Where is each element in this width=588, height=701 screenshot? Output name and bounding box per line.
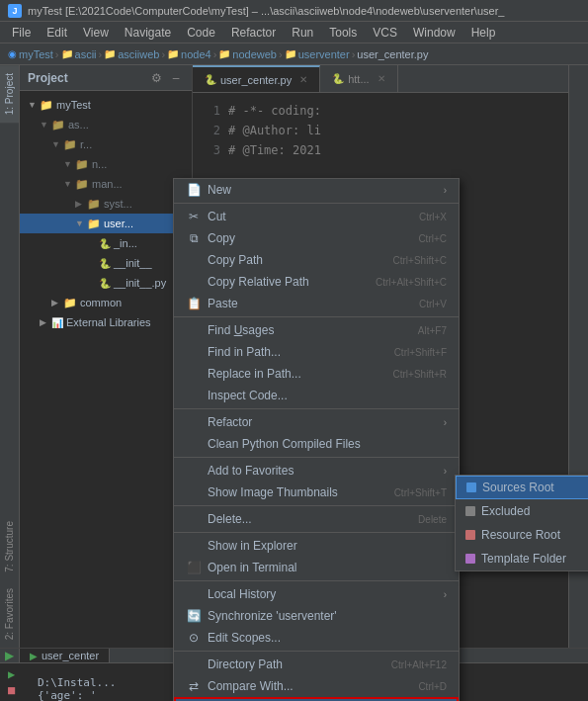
ctx-paste-shortcut: Ctrl+V [419,299,447,309]
tree-item-syst[interactable]: ▶ 📁 syst... [20,194,192,214]
ctx-comparewith[interactable]: ⇄ Compare With... Ctrl+D [174,675,459,697]
ctx-showinexplorer[interactable]: Show in Explorer [174,535,459,557]
ctx-new[interactable]: 📄 New › [174,179,459,201]
panel-gear-icon[interactable]: ⚙ [148,70,164,86]
tree-label-in1: _in... [114,237,137,249]
tab-close-user-center[interactable]: ✕ [299,74,307,85]
ctx-sep-8 [174,651,459,652]
ctx-findusages-label: Find Usages [208,323,274,337]
tree-item-r[interactable]: ▼ 📁 r... [20,134,192,154]
ctx-copy[interactable]: ⧉ Copy Ctrl+C [174,227,459,249]
menu-view[interactable]: View [75,24,117,42]
menu-window[interactable]: Window [405,24,463,42]
tree-item-initpy[interactable]: 🐍 __init__.py [20,273,192,293]
menu-run[interactable]: Run [284,24,321,42]
folder-icon-bc3: 📁 [167,48,179,59]
ctx-markdiras[interactable]: 🔷 Mark Directory as › [174,697,459,701]
tree-item-man[interactable]: ▼ 📁 man... [20,174,192,194]
tree-item-init[interactable]: 🐍 __init__ [20,253,192,273]
menu-vcs[interactable]: VCS [365,24,405,42]
tree-item-user[interactable]: ▼ 📁 user... [20,214,192,233]
tab-close-http[interactable]: ✕ [378,73,385,84]
menu-file[interactable]: File [4,24,39,42]
tree-item-extlibs[interactable]: ▶ 📊 External Libraries [20,312,192,332]
run-play-btn[interactable]: ▶ [8,667,18,681]
ctx-findusages[interactable]: Find Usages Alt+F7 [174,319,459,341]
run-output: D:\Instal... {'age': ' Process f... [38,676,116,702]
tree-arrow-r: ▼ [51,139,63,149]
tab-user-center[interactable]: 🐍 user_center.py ✕ [193,65,320,92]
ctx-cleanpyc[interactable]: Clean Python Compiled Files [174,433,459,455]
ctx-replaceinpath[interactable]: Replace in Path... Ctrl+Shift+R [174,363,459,385]
left-tab-structure[interactable]: 7: Structure [0,513,19,580]
ctx-delete[interactable]: Delete... Delete [174,508,459,530]
menu-refactor[interactable]: Refactor [223,24,284,42]
submenu-template-folder[interactable]: Template Folder [456,547,588,570]
menu-edit[interactable]: Edit [39,24,75,42]
tab-py-icon2: 🐍 [332,73,344,84]
panel-title: Project [28,71,144,85]
run-play-icon[interactable]: ▶ [5,649,14,662]
ctx-new-arrow: › [444,185,447,196]
tree-label-mytest: myTest [56,99,91,111]
ctx-editscopes-icon: ⊙ [186,630,202,646]
ctx-dirpath[interactable]: Directory Path Ctrl+Alt+F12 [174,654,459,675]
ctx-showthumbs[interactable]: Show Image Thumbnails Ctrl+Shift+T [174,482,459,503]
submenu-resource-root[interactable]: Resource Root [456,523,588,547]
ctx-copyrelpath-icon [186,274,202,290]
breadcrumb-node4[interactable]: node4 [181,48,211,60]
ctx-copypath[interactable]: Copy Path Ctrl+Shift+C [174,249,459,271]
tree-item-common[interactable]: ▶ 📁 common [20,293,192,312]
menu-tools[interactable]: Tools [321,24,365,42]
ctx-cut[interactable]: ✂ Cut Ctrl+X [174,206,459,227]
breadcrumb-ascii[interactable]: ascii [75,48,97,60]
ctx-refactor[interactable]: Refactor › [174,411,459,433]
submenu-sources-root[interactable]: Sources Root [456,476,588,499]
tree-arrow-user: ▼ [75,219,87,228]
context-menu: 📄 New › ✂ Cut Ctrl+X ⧉ Copy Ctrl+C Copy … [173,178,460,701]
ctx-copypath-icon [186,252,202,268]
panel-close-icon[interactable]: – [168,70,184,86]
breadcrumb-nodeweb[interactable]: nodeweb [232,48,277,60]
tree-item-in1[interactable]: 🐍 _in... [20,233,192,253]
menu-help[interactable]: Help [463,24,504,42]
submenu-excluded[interactable]: Excluded [456,499,588,523]
ctx-delete-label: Delete... [208,512,252,526]
ctx-copyrelpath[interactable]: Copy Relative Path Ctrl+Alt+Shift+C [174,271,459,293]
ctx-openinterminal[interactable]: ⬛ Open in Terminal [174,557,459,578]
ctx-replaceinpath-icon [186,366,202,382]
ctx-sync-icon: 🔄 [186,608,202,624]
tree-item-mytest[interactable]: ▼ 📁 myTest [20,95,192,115]
menu-code[interactable]: Code [179,24,223,42]
ctx-inspectcode[interactable]: Inspect Code... [174,385,459,406]
template-folder-icon [465,554,475,564]
breadcrumb-file[interactable]: user_center.py [357,48,428,60]
tree-item-as[interactable]: ▼ 📁 as... [20,115,192,134]
ctx-sync[interactable]: 🔄 Synchronize 'userventer' [174,605,459,627]
bottom-tab-run[interactable]: ▶ user_center [20,649,110,662]
ctx-copypath-shortcut: Ctrl+Shift+C [393,255,447,266]
ctx-editscopes[interactable]: ⊙ Edit Scopes... [174,627,459,649]
run-stop-btn[interactable]: ■ [8,683,18,697]
left-tab-favorites[interactable]: 2: Favorites [0,580,19,648]
ctx-paste[interactable]: 📋 Paste Ctrl+V [174,293,459,314]
breadcrumb-asciiweb[interactable]: asciiweb [118,48,159,60]
folder-icon-user: 📁 [87,218,101,230]
breadcrumb-mytest[interactable]: myTest [19,48,53,60]
left-tabs: 1: Project 7: Structure 2: Favorites [0,65,20,648]
tab-http[interactable]: 🐍 htt... ✕ [320,65,397,92]
ctx-inspectcode-label: Inspect Code... [208,389,288,402]
ctx-localhistory[interactable]: Local History › [174,583,459,605]
ctx-comparewith-label: Compare With... [208,679,294,693]
breadcrumb-userventer[interactable]: userventer [298,48,350,60]
ctx-comparewith-icon: ⇄ [186,678,202,694]
code-line-2: # @Author: li [228,121,321,140]
menu-navigate[interactable]: Navigate [117,24,179,42]
tree-item-n[interactable]: ▼ 📁 n... [20,154,192,174]
left-tab-project[interactable]: 1: Project [0,65,19,123]
ctx-showinexplorer-label: Show in Explorer [208,539,297,553]
ctx-findinpath[interactable]: Find in Path... Ctrl+Shift+F [174,341,459,363]
ctx-addtofav[interactable]: Add to Favorites › [174,460,459,482]
ctx-replaceinpath-shortcut: Ctrl+Shift+R [393,369,447,380]
run-side-controls: ▶ ■ ⋮ ↵ [8,667,18,701]
